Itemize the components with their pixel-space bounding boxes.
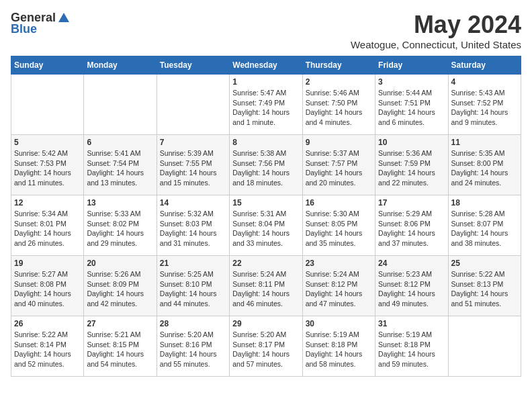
title-block: May 2024 Weatogue, Connecticut, United S…: [351, 11, 521, 50]
calendar-cell: 29Sunrise: 5:20 AM Sunset: 8:17 PM Dayli…: [230, 316, 302, 377]
day-content: Sunrise: 5:36 AM Sunset: 7:59 PM Dayligh…: [378, 148, 445, 188]
calendar-header: SundayMondayTuesdayWednesdayThursdayFrid…: [11, 56, 521, 75]
calendar-cell: 25Sunrise: 5:22 AM Sunset: 8:13 PM Dayli…: [448, 256, 521, 316]
calendar-cell: 28Sunrise: 5:20 AM Sunset: 8:16 PM Dayli…: [157, 316, 229, 377]
calendar-cell: 18Sunrise: 5:28 AM Sunset: 8:07 PM Dayli…: [448, 195, 521, 256]
day-number: 29: [232, 319, 299, 328]
calendar-cell: 8Sunrise: 5:38 AM Sunset: 7:56 PM Daylig…: [230, 135, 302, 195]
day-content: Sunrise: 5:35 AM Sunset: 8:00 PM Dayligh…: [451, 148, 518, 188]
day-number: 11: [451, 138, 518, 147]
week-row-4: 19Sunrise: 5:27 AM Sunset: 8:08 PM Dayli…: [11, 256, 521, 316]
week-row-1: 1Sunrise: 5:47 AM Sunset: 7:49 PM Daylig…: [11, 75, 521, 135]
page-title: May 2024: [351, 11, 521, 39]
day-number: 13: [87, 198, 153, 208]
page-subtitle: Weatogue, Connecticut, United States: [351, 39, 521, 50]
calendar-cell: 16Sunrise: 5:30 AM Sunset: 8:05 PM Dayli…: [302, 195, 375, 256]
day-content: Sunrise: 5:44 AM Sunset: 7:51 PM Dayligh…: [378, 88, 445, 128]
header-day-wednesday: Wednesday: [230, 56, 302, 75]
day-number: 8: [232, 138, 299, 147]
day-content: Sunrise: 5:33 AM Sunset: 8:02 PM Dayligh…: [87, 209, 153, 248]
header-day-saturday: Saturday: [448, 56, 521, 75]
day-content: Sunrise: 5:29 AM Sunset: 8:06 PM Dayligh…: [378, 209, 445, 248]
day-number: 23: [306, 259, 372, 268]
day-content: Sunrise: 5:41 AM Sunset: 7:54 PM Dayligh…: [87, 148, 153, 188]
header-day-friday: Friday: [375, 56, 448, 75]
day-number: 18: [451, 198, 518, 208]
day-content: Sunrise: 5:32 AM Sunset: 8:03 PM Dayligh…: [160, 209, 226, 248]
calendar-cell: 15Sunrise: 5:31 AM Sunset: 8:04 PM Dayli…: [230, 195, 302, 256]
day-number: 27: [87, 319, 153, 328]
day-number: 26: [14, 319, 81, 328]
day-number: 9: [306, 138, 372, 147]
header-day-thursday: Thursday: [302, 56, 375, 75]
day-content: Sunrise: 5:30 AM Sunset: 8:05 PM Dayligh…: [306, 209, 372, 248]
calendar-cell: 13Sunrise: 5:33 AM Sunset: 8:02 PM Dayli…: [84, 195, 157, 256]
day-content: Sunrise: 5:27 AM Sunset: 8:08 PM Dayligh…: [14, 269, 81, 309]
day-number: 14: [160, 198, 226, 208]
week-row-2: 5Sunrise: 5:42 AM Sunset: 7:53 PM Daylig…: [11, 135, 521, 195]
day-number: 30: [306, 319, 372, 328]
page-header: General Blue May 2024 Weatogue, Connecti…: [11, 11, 521, 50]
calendar-table: SundayMondayTuesdayWednesdayThursdayFrid…: [11, 56, 521, 377]
calendar-cell: 23Sunrise: 5:24 AM Sunset: 8:12 PM Dayli…: [302, 256, 375, 316]
day-content: Sunrise: 5:43 AM Sunset: 7:52 PM Dayligh…: [451, 88, 518, 128]
day-content: Sunrise: 5:37 AM Sunset: 7:57 PM Dayligh…: [306, 148, 372, 188]
day-content: Sunrise: 5:28 AM Sunset: 8:07 PM Dayligh…: [451, 209, 518, 248]
calendar-cell: 5Sunrise: 5:42 AM Sunset: 7:53 PM Daylig…: [11, 135, 84, 195]
day-number: 7: [160, 138, 226, 147]
calendar-cell: 19Sunrise: 5:27 AM Sunset: 8:08 PM Dayli…: [11, 256, 84, 316]
logo-icon: [57, 11, 71, 25]
day-number: 10: [378, 138, 445, 147]
calendar-cell: 24Sunrise: 5:23 AM Sunset: 8:12 PM Dayli…: [375, 256, 448, 316]
calendar-cell: [84, 75, 157, 135]
day-content: Sunrise: 5:46 AM Sunset: 7:50 PM Dayligh…: [306, 88, 372, 128]
calendar-cell: 14Sunrise: 5:32 AM Sunset: 8:03 PM Dayli…: [157, 195, 229, 256]
header-row: SundayMondayTuesdayWednesdayThursdayFrid…: [11, 56, 521, 75]
day-content: Sunrise: 5:22 AM Sunset: 8:13 PM Dayligh…: [451, 269, 518, 309]
calendar-cell: 9Sunrise: 5:37 AM Sunset: 7:57 PM Daylig…: [302, 135, 375, 195]
day-content: Sunrise: 5:23 AM Sunset: 8:12 PM Dayligh…: [378, 269, 445, 309]
calendar-cell: 27Sunrise: 5:21 AM Sunset: 8:15 PM Dayli…: [84, 316, 157, 377]
day-number: 15: [232, 198, 299, 208]
day-number: 1: [232, 77, 299, 87]
day-number: 31: [378, 319, 445, 328]
calendar-cell: [157, 75, 229, 135]
week-row-5: 26Sunrise: 5:22 AM Sunset: 8:14 PM Dayli…: [11, 316, 521, 377]
calendar-cell: 30Sunrise: 5:19 AM Sunset: 8:18 PM Dayli…: [302, 316, 375, 377]
day-content: Sunrise: 5:22 AM Sunset: 8:14 PM Dayligh…: [14, 330, 81, 369]
day-number: 4: [451, 77, 518, 87]
day-number: 19: [14, 259, 81, 268]
day-number: 25: [451, 259, 518, 268]
day-content: Sunrise: 5:24 AM Sunset: 8:11 PM Dayligh…: [232, 269, 299, 309]
calendar-cell: 12Sunrise: 5:34 AM Sunset: 8:01 PM Dayli…: [11, 195, 84, 256]
calendar-cell: 20Sunrise: 5:26 AM Sunset: 8:09 PM Dayli…: [84, 256, 157, 316]
calendar-cell: 11Sunrise: 5:35 AM Sunset: 8:00 PM Dayli…: [448, 135, 521, 195]
calendar-cell: 3Sunrise: 5:44 AM Sunset: 7:51 PM Daylig…: [375, 75, 448, 135]
day-number: 2: [306, 77, 372, 87]
day-content: Sunrise: 5:39 AM Sunset: 7:55 PM Dayligh…: [160, 148, 226, 188]
calendar-cell: 22Sunrise: 5:24 AM Sunset: 8:11 PM Dayli…: [230, 256, 302, 316]
calendar-cell: 6Sunrise: 5:41 AM Sunset: 7:54 PM Daylig…: [84, 135, 157, 195]
header-day-sunday: Sunday: [11, 56, 84, 75]
day-number: 28: [160, 319, 226, 328]
day-content: Sunrise: 5:24 AM Sunset: 8:12 PM Dayligh…: [306, 269, 372, 309]
day-number: 24: [378, 259, 445, 268]
calendar-cell: 10Sunrise: 5:36 AM Sunset: 7:59 PM Dayli…: [375, 135, 448, 195]
calendar-cell: 2Sunrise: 5:46 AM Sunset: 7:50 PM Daylig…: [302, 75, 375, 135]
calendar-cell: 31Sunrise: 5:19 AM Sunset: 8:18 PM Dayli…: [375, 316, 448, 377]
header-day-monday: Monday: [84, 56, 157, 75]
calendar-cell: 26Sunrise: 5:22 AM Sunset: 8:14 PM Dayli…: [11, 316, 84, 377]
day-number: 20: [87, 259, 153, 268]
day-content: Sunrise: 5:19 AM Sunset: 8:18 PM Dayligh…: [306, 330, 372, 369]
day-content: Sunrise: 5:31 AM Sunset: 8:04 PM Dayligh…: [232, 209, 299, 248]
day-content: Sunrise: 5:20 AM Sunset: 8:17 PM Dayligh…: [232, 330, 299, 369]
svg-marker-0: [58, 13, 69, 22]
header-day-tuesday: Tuesday: [157, 56, 229, 75]
calendar-body: 1Sunrise: 5:47 AM Sunset: 7:49 PM Daylig…: [11, 75, 521, 377]
day-number: 21: [160, 259, 226, 268]
calendar-cell: 1Sunrise: 5:47 AM Sunset: 7:49 PM Daylig…: [230, 75, 302, 135]
day-number: 16: [306, 198, 372, 208]
day-number: 6: [87, 138, 153, 147]
week-row-3: 12Sunrise: 5:34 AM Sunset: 8:01 PM Dayli…: [11, 195, 521, 256]
day-number: 17: [378, 198, 445, 208]
